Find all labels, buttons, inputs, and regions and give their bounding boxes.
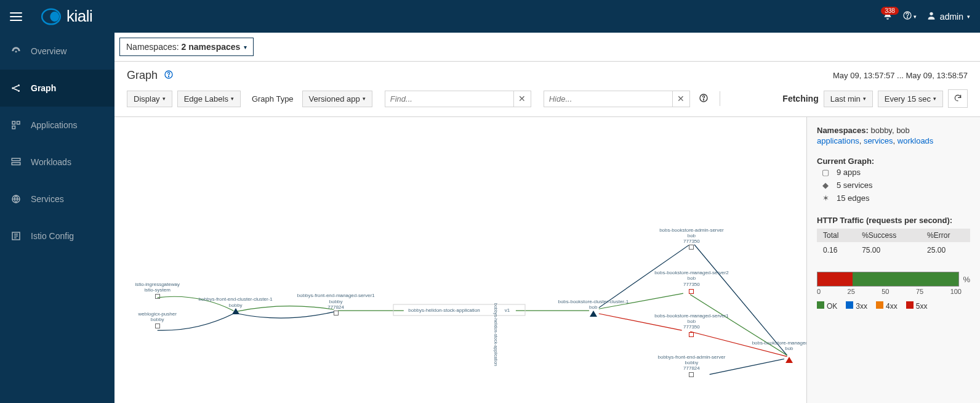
stat-edges: ✶15 edges bbox=[817, 192, 970, 205]
svg-point-1 bbox=[50, 11, 59, 21]
summary-panel: Namespaces: bobby, bob applications, ser… bbox=[806, 117, 980, 403]
clear-hide-button[interactable]: ✕ bbox=[673, 91, 690, 107]
refresh-button[interactable] bbox=[948, 89, 968, 108]
service-graph[interactable]: istio-ingressgatewayistio-system weblogi… bbox=[114, 117, 806, 403]
close-icon: ✕ bbox=[518, 94, 526, 104]
svg-point-19 bbox=[703, 99, 704, 100]
node-helidon-side: bobbys-helidon-stock-application bbox=[493, 303, 498, 366]
node-bookstore-managed1[interactable]: bobs-bookstore-managed-server1bob777350 bbox=[654, 313, 729, 330]
display-dropdown[interactable]: Display▾ bbox=[127, 91, 172, 107]
node-weblogic-pusher[interactable]: weblogicx-pusherbobby bbox=[139, 311, 177, 322]
svg-rect-9 bbox=[12, 121, 15, 124]
traffic-table: Total %Success %Error 0.16 75.00 25.00 bbox=[817, 229, 970, 258]
help-icon[interactable] bbox=[164, 70, 174, 81]
graph-type-dropdown[interactable]: Versioned app▾ bbox=[302, 91, 372, 107]
namespace-selector[interactable]: Namespaces: 2 namespaces ▾ bbox=[119, 38, 254, 56]
page-title: Graph bbox=[127, 69, 158, 82]
chevron-down-icon: ▾ bbox=[244, 44, 247, 51]
sidebar-label: Istio Config bbox=[31, 231, 74, 241]
sidebar-item-graph[interactable]: Graph bbox=[0, 70, 114, 107]
fetching-label: Fetching bbox=[782, 94, 818, 104]
hide-input[interactable] bbox=[544, 91, 673, 107]
svg-point-8 bbox=[18, 90, 20, 92]
link-services[interactable]: services bbox=[864, 136, 893, 145]
sidebar-item-istio-config[interactable]: Istio Config bbox=[0, 218, 114, 254]
summary-ns-value: bobby, bob bbox=[870, 126, 909, 135]
triangle-marker-icon bbox=[785, 357, 793, 363]
current-graph-label: Current Graph: bbox=[817, 157, 874, 166]
svg-rect-11 bbox=[12, 126, 15, 129]
triangle-marker-icon bbox=[232, 308, 239, 314]
node-marker-icon bbox=[334, 311, 339, 315]
product-logo: kiali bbox=[41, 7, 92, 26]
services-icon bbox=[10, 193, 22, 205]
node-front-server1[interactable]: bobbys-front-end-managed-server1bobby777… bbox=[297, 293, 375, 310]
node-bookstore-cluster[interactable]: bobs-bookstore-cluster-cluster-1bob bbox=[558, 299, 629, 310]
stat-apps: ▢9 apps bbox=[817, 166, 970, 179]
stat-services: ◆5 services bbox=[817, 179, 970, 192]
node-marker-icon bbox=[155, 324, 160, 328]
sidebar-item-services[interactable]: Services bbox=[0, 181, 114, 218]
link-applications[interactable]: applications bbox=[817, 136, 859, 145]
svg-point-3 bbox=[907, 17, 907, 18]
node-marker-icon bbox=[689, 372, 694, 377]
triangle-marker-icon bbox=[590, 311, 597, 317]
product-name: kiali bbox=[66, 7, 92, 26]
refresh-interval-dropdown[interactable]: Every 15 sec▾ bbox=[878, 91, 943, 107]
sidebar-label: Workloads bbox=[31, 157, 71, 167]
kiali-swirl-icon bbox=[41, 8, 62, 25]
node-helidon-app[interactable]: bobbys-helidon-stock-applicationv1 bbox=[393, 304, 525, 316]
traffic-legend: OK 3xx 4xx 5xx bbox=[817, 301, 970, 311]
svg-point-4 bbox=[930, 12, 933, 15]
traffic-title: HTTP Traffic (requests per second): bbox=[817, 216, 952, 225]
user-icon bbox=[926, 10, 936, 22]
question-circle-icon bbox=[902, 10, 912, 22]
sidebar-item-workloads[interactable]: Workloads bbox=[0, 144, 114, 181]
percent-icon: % bbox=[963, 275, 970, 284]
user-menu[interactable]: admin ▾ bbox=[926, 10, 970, 22]
node-marker-icon bbox=[689, 245, 694, 250]
help-menu[interactable]: ▾ bbox=[902, 10, 917, 22]
summary-ns-label: Namespaces: bbox=[817, 126, 869, 135]
node-bookstore-managed2[interactable]: bobs-bookstore-managed-server2bob777350 bbox=[654, 270, 729, 287]
edges-icon: ✶ bbox=[821, 193, 830, 203]
sidebar: Overview Graph Applications Workloads Se… bbox=[0, 33, 114, 403]
close-icon: ✕ bbox=[677, 94, 685, 104]
hamburger-menu-icon[interactable] bbox=[10, 12, 22, 21]
svg-point-7 bbox=[18, 84, 20, 86]
edge-labels-dropdown[interactable]: Edge Labels▾ bbox=[177, 91, 241, 107]
graph-type-label: Graph Type bbox=[246, 94, 297, 104]
notification-badge: 338 bbox=[881, 7, 899, 15]
node-marker-icon bbox=[689, 332, 694, 337]
sidebar-label: Overview bbox=[31, 46, 66, 56]
svg-rect-10 bbox=[17, 121, 20, 124]
apps-icon: ▢ bbox=[821, 168, 830, 177]
svg-point-5 bbox=[15, 51, 17, 52]
find-input[interactable] bbox=[385, 91, 514, 107]
node-istio-ingress[interactable]: istio-ingressgatewayistio-system bbox=[135, 282, 179, 293]
user-label: admin bbox=[940, 12, 963, 22]
node-front-admin[interactable]: bobbys-front-end-admin-serverbobby777824 bbox=[657, 354, 725, 372]
node-bookstore-admin[interactable]: bobs-bookstore-admin-serverbob777350 bbox=[659, 227, 724, 245]
refresh-icon bbox=[954, 94, 962, 104]
traffic-axis: 0 25 50 75 100 bbox=[817, 288, 970, 295]
sidebar-label: Services bbox=[31, 194, 64, 204]
sidebar-item-applications[interactable]: Applications bbox=[0, 107, 114, 144]
duration-dropdown[interactable]: Last min▾ bbox=[824, 91, 873, 107]
svg-point-17 bbox=[168, 76, 169, 76]
workloads-icon bbox=[10, 156, 22, 168]
dashboard-icon bbox=[10, 45, 22, 57]
node-bookstore-managed1b[interactable]: bobs-bookstore-managed-server1bob bbox=[752, 340, 806, 351]
node-marker-icon bbox=[689, 289, 694, 294]
sidebar-item-overview[interactable]: Overview bbox=[0, 33, 114, 70]
svg-rect-13 bbox=[12, 163, 20, 165]
notifications-button[interactable]: 338 bbox=[883, 10, 893, 22]
applications-icon bbox=[10, 119, 22, 131]
clear-find-button[interactable]: ✕ bbox=[514, 91, 531, 107]
services-stat-icon: ◆ bbox=[821, 181, 830, 190]
toolbar-help-icon[interactable] bbox=[699, 93, 709, 105]
svg-point-6 bbox=[12, 88, 14, 89]
node-front-cluster[interactable]: bobbys-front-end-cluster-cluster-1bobby bbox=[199, 296, 273, 307]
link-workloads[interactable]: workloads bbox=[898, 136, 934, 145]
svg-rect-12 bbox=[12, 158, 20, 161]
